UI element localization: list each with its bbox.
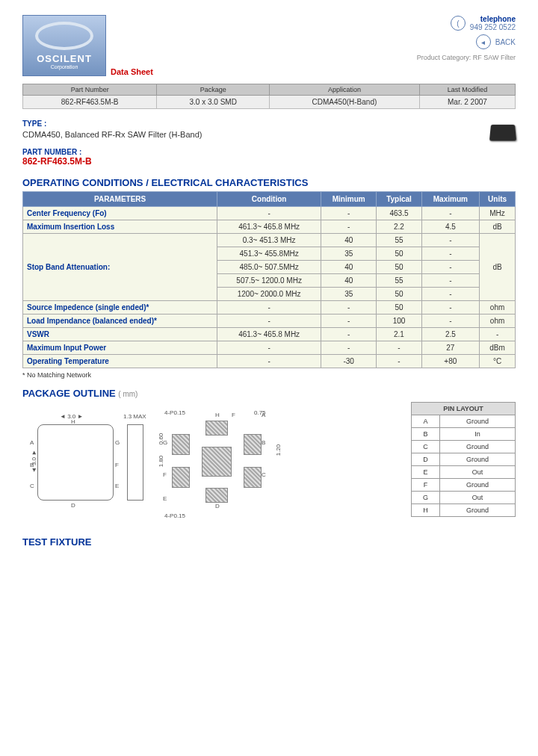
product-chip-image: [489, 125, 516, 141]
characteristics-heading: OPERATING CONDITIONS / ELECTRICAL CHARAC…: [22, 177, 516, 188]
pin-table: PIN LAYOUT AGroundBInCGroundDGroundEOutF…: [411, 402, 516, 517]
phone-icon: (: [451, 16, 466, 31]
logo-block: OSCILENT Corporation Data Sheet: [22, 15, 153, 76]
part-number-label: PART NUMBER :: [22, 148, 516, 156]
back-link[interactable]: BACK: [495, 38, 516, 46]
back-icon[interactable]: ◂: [476, 34, 491, 49]
test-heading: TEST FIXTURE: [22, 536, 516, 548]
package-row: ◄ 3.0 ► ◄ 3.0 ► H A G B F C E D 1.3 MAX …: [22, 402, 516, 529]
telephone-label: telephone: [470, 15, 516, 23]
pin-table-block: PIN LAYOUT AGroundBInCGroundDGroundEOutF…: [411, 402, 516, 517]
characteristics-table: PARAMETERSConditionMinimumTypicalMaximum…: [22, 191, 516, 368]
type-value: CDMA450, Balanced RF-Rx SAW Filter (H-Ba…: [22, 130, 516, 139]
package-drawing: ◄ 3.0 ► ◄ 3.0 ► H A G B F C E D 1.3 MAX …: [22, 402, 396, 529]
logo-subtitle: Corporation: [51, 64, 78, 69]
part-number-value: 862-RF463.5M-B: [22, 156, 516, 167]
header-right: ( telephone 949 252 0522 ◂ BACK Product …: [417, 15, 516, 76]
info-table: Part NumberPackageApplicationLast Modifi…: [22, 84, 516, 109]
package-heading: PACKAGE OUTLINE ( mm): [22, 388, 516, 399]
pin-heading: PIN LAYOUT: [412, 403, 516, 415]
datasheet-label: Data Sheet: [111, 67, 153, 76]
logo-name: OSCILENT: [37, 53, 92, 64]
table-note: * No Matching Network: [22, 371, 516, 379]
company-logo: OSCILENT Corporation: [22, 15, 106, 76]
product-category: Product Category: RF SAW Filter: [417, 54, 516, 61]
ring-icon: [35, 22, 93, 50]
telephone-number: 949 252 0522: [470, 23, 516, 31]
page-header: OSCILENT Corporation Data Sheet ( teleph…: [22, 15, 516, 76]
type-label: TYPE :: [22, 120, 516, 128]
